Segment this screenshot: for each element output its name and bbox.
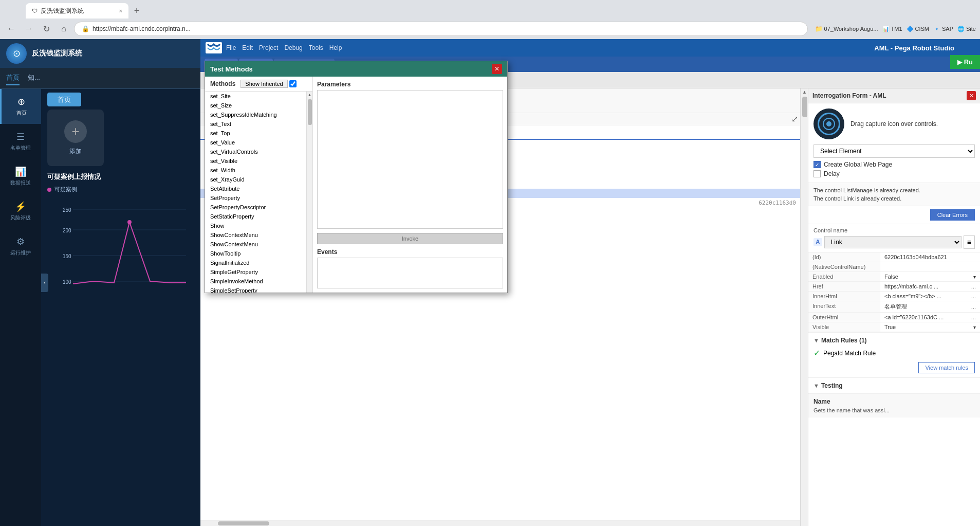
dialog-close-button[interactable]: ✕ bbox=[492, 64, 502, 74]
bookmark-tm1[interactable]: 📊 TM1 bbox=[882, 26, 902, 32]
method-item[interactable]: set_Text bbox=[205, 119, 306, 129]
delay-label: Delay bbox=[824, 170, 840, 177]
create-global-checkbox[interactable]: ✓ bbox=[813, 161, 821, 168]
method-item[interactable]: ShowContextMenu bbox=[205, 230, 306, 240]
method-item[interactable]: SetPropertyDescriptor bbox=[205, 203, 306, 212]
panel-close-button[interactable]: ✕ bbox=[967, 91, 976, 100]
message-1: The control ListManage is already create… bbox=[813, 187, 975, 193]
enabled-dropdown-icon[interactable]: ▾ bbox=[973, 274, 976, 280]
method-item[interactable]: set_Value bbox=[205, 138, 306, 147]
menu-tools[interactable]: Tools bbox=[309, 44, 323, 51]
method-item[interactable]: SetProperty bbox=[205, 193, 306, 203]
method-item[interactable]: ShowContextMenu bbox=[205, 240, 306, 249]
control-name-dropdown[interactable]: Link bbox=[824, 236, 961, 248]
testing-header[interactable]: ▼ Testing bbox=[813, 382, 975, 389]
method-item[interactable]: SimpleInvokeMethod bbox=[205, 277, 306, 286]
nav-second-link[interactable]: 知... bbox=[28, 71, 40, 85]
line-chart: 250 200 150 100 bbox=[47, 196, 191, 310]
method-item[interactable]: SignalInitialized bbox=[205, 258, 306, 267]
method-item[interactable]: set_XrayGuid bbox=[205, 175, 306, 184]
browser-window: 🛡 反洗钱监测系统 × + ← → ↻ ⌂ 🔒 https://mbafc-am… bbox=[0, 0, 980, 526]
method-item[interactable]: set_Site bbox=[205, 92, 306, 101]
nav-reload-button[interactable]: ↻ bbox=[39, 22, 53, 36]
prop-row-native: (NativeControlName) bbox=[808, 262, 980, 272]
expand-icon[interactable]: ⤢ bbox=[791, 114, 798, 124]
invoke-button[interactable]: Invoke bbox=[317, 233, 503, 244]
vscroll-thumb[interactable] bbox=[802, 97, 807, 117]
method-item[interactable]: set_VirtualControls bbox=[205, 147, 306, 156]
hamburger-button[interactable]: ≡ bbox=[964, 235, 975, 249]
menu-edit[interactable]: Edit bbox=[242, 44, 253, 51]
method-item[interactable]: set_SuppressIdleMatching bbox=[205, 110, 306, 119]
prop-name-outerhtml: OuterHtml bbox=[808, 313, 880, 322]
add-card[interactable]: + 添加 bbox=[47, 110, 104, 166]
methods-vscroll-up[interactable]: ▲ bbox=[308, 93, 312, 97]
run-button[interactable]: ▶ Ru bbox=[950, 55, 980, 69]
innertext-ellipsis[interactable]: ... bbox=[971, 304, 976, 310]
add-label: 添加 bbox=[69, 147, 82, 156]
method-item[interactable]: SimpleGetProperty bbox=[205, 267, 306, 277]
menu-help[interactable]: Help bbox=[329, 44, 342, 51]
new-tab-button[interactable]: + bbox=[128, 3, 145, 19]
hscroll-thumb[interactable] bbox=[218, 521, 269, 525]
bookmark-site[interactable]: 🌐 Site bbox=[957, 26, 976, 32]
prop-name-id: (Id) bbox=[808, 252, 880, 262]
outerhtml-ellipsis[interactable]: ... bbox=[971, 314, 976, 320]
href-ellipsis[interactable]: ... bbox=[971, 283, 976, 289]
legend-text: 可疑案例 bbox=[54, 186, 77, 193]
sidebar-item-ops[interactable]: ⚙ 运行维护 bbox=[0, 229, 41, 264]
target-inner-ring bbox=[823, 118, 835, 130]
methods-header: Methods Show Inherited bbox=[205, 77, 312, 92]
sidebar-collapse-toggle[interactable]: ‹ bbox=[41, 274, 48, 292]
method-item[interactable]: SetStaticProperty bbox=[205, 212, 306, 221]
delay-checkbox[interactable] bbox=[813, 170, 821, 177]
tree-vscrollbar[interactable]: ▲ bbox=[801, 88, 808, 526]
show-inherited-checkbox[interactable] bbox=[289, 80, 297, 87]
bookmark-cism[interactable]: 🔷 CISM bbox=[907, 26, 930, 32]
bookmark-workshop[interactable]: 📁 07_Workshop Augu... bbox=[815, 25, 878, 32]
home-btn[interactable]: 首页 bbox=[47, 93, 81, 106]
sidebar-item-home[interactable]: ⊕ 首页 bbox=[0, 89, 41, 124]
tree-hscrollbar[interactable] bbox=[200, 520, 800, 526]
method-item[interactable]: set_Top bbox=[205, 129, 306, 138]
prop-name-innertext: InnerText bbox=[808, 301, 880, 312]
menu-debug[interactable]: Debug bbox=[284, 44, 302, 51]
sidebar-item-risk-rating[interactable]: ⚡ 风险评级 bbox=[0, 194, 41, 229]
sidebar-item-list-management[interactable]: ☰ 名单管理 bbox=[0, 124, 41, 159]
name-section: Name Gets the name that was assi... bbox=[808, 394, 980, 418]
method-item[interactable]: set_Visible bbox=[205, 156, 306, 166]
innerhtml-ellipsis[interactable]: ... bbox=[971, 293, 976, 299]
method-item[interactable]: set_Size bbox=[205, 101, 306, 110]
method-item[interactable]: SetAttribute bbox=[205, 184, 306, 193]
run-play-icon: ▶ bbox=[957, 59, 962, 66]
methods-vscrollbar[interactable]: ▲ bbox=[306, 92, 312, 293]
visible-dropdown-icon[interactable]: ▾ bbox=[973, 324, 976, 330]
method-item[interactable]: Show bbox=[205, 221, 306, 230]
clear-errors-button[interactable]: Clear Errors bbox=[930, 209, 975, 221]
method-item[interactable]: ShowTooltip bbox=[205, 249, 306, 258]
methods-vscroll-thumb[interactable] bbox=[308, 99, 312, 125]
pega-studio-panel: File Edit Project Debug Tools Help AML -… bbox=[200, 39, 980, 526]
show-inherited-button[interactable]: Show Inherited bbox=[241, 80, 287, 88]
browser-tab-active[interactable]: 🛡 反洗钱监测系统 × bbox=[26, 3, 128, 19]
tab-close-icon[interactable]: × bbox=[119, 8, 122, 14]
nav-forward-button[interactable]: → bbox=[22, 22, 36, 36]
menu-project[interactable]: Project bbox=[259, 44, 278, 51]
target-center-dot bbox=[826, 121, 831, 126]
match-rules-header[interactable]: ▼ Match Rules (1) bbox=[813, 337, 975, 344]
method-item[interactable]: SimpleSetProperty bbox=[205, 286, 306, 293]
nav-home-button[interactable]: ⌂ bbox=[57, 22, 71, 36]
bookmark-sap[interactable]: 🔹 SAP bbox=[933, 26, 953, 32]
menu-file[interactable]: File bbox=[226, 44, 236, 51]
vscroll-up-arrow[interactable]: ▲ bbox=[802, 89, 807, 95]
nav-home-link[interactable]: 首页 bbox=[6, 71, 20, 85]
view-match-rules-button[interactable]: View match rules bbox=[918, 362, 975, 373]
nav-back-button[interactable]: ← bbox=[4, 22, 19, 36]
address-bar[interactable]: 🔒 https://mbafc-aml.cndc.corpintra.n... bbox=[74, 22, 808, 36]
tab-label: 反洗钱监测系统 bbox=[41, 7, 84, 15]
tree-item-value: 6220c1163d0 bbox=[759, 199, 796, 206]
sidebar-item-data-report[interactable]: 📊 数据报送 bbox=[0, 159, 41, 194]
method-item[interactable]: set_Width bbox=[205, 166, 306, 175]
app-title: 反洗钱监测系统 bbox=[32, 49, 82, 58]
select-element-dropdown[interactable]: Select Element bbox=[813, 144, 975, 158]
